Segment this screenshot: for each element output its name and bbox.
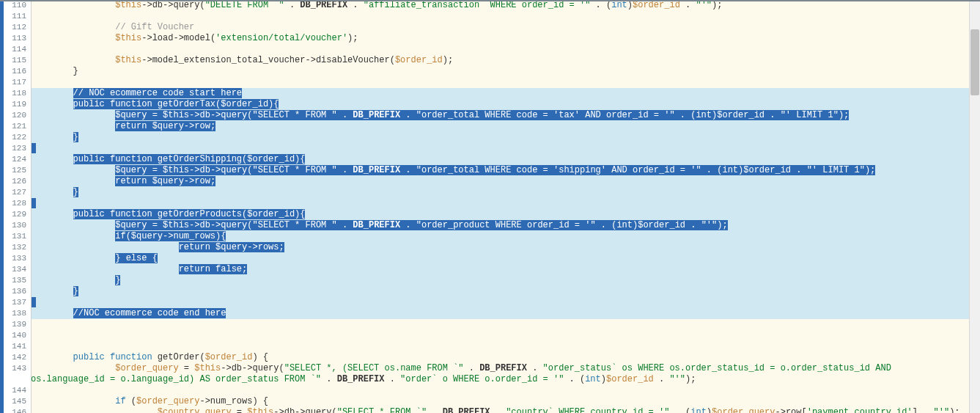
line-number: 127 xyxy=(0,187,29,198)
line-number: 144 xyxy=(0,385,29,396)
line-number: 119 xyxy=(0,99,29,110)
scrollbar-thumb[interactable] xyxy=(970,29,979,95)
line-number: 124 xyxy=(0,154,29,165)
code-line[interactable]: // Gift Voucher xyxy=(31,22,970,33)
line-number: 133 xyxy=(0,253,29,264)
line-number: 145 xyxy=(0,396,29,407)
line-number: 125 xyxy=(0,165,29,176)
code-line[interactable]: public function getOrder($order_id) { xyxy=(31,352,970,363)
line-number: 143 xyxy=(0,363,29,374)
line-number: 140 xyxy=(0,330,29,341)
line-number: 139 xyxy=(0,319,29,330)
code-line[interactable]: public function getOrderShipping($order_… xyxy=(31,154,970,165)
code-line[interactable]: $country_query = $this->db->query("SELEC… xyxy=(31,407,970,413)
code-line[interactable] xyxy=(31,341,970,352)
code-line[interactable]: if ($order_query->num_rows) { xyxy=(31,396,970,407)
code-line[interactable]: // NOC ecommerce code start here xyxy=(31,88,970,99)
code-line[interactable]: //NOC ecommerce code end here xyxy=(31,308,970,319)
line-number: 142 xyxy=(0,352,29,363)
vertical-scrollbar[interactable] xyxy=(969,0,980,413)
line-number: 120 xyxy=(0,110,29,121)
code-line[interactable]: if($query->num_rows){ xyxy=(31,231,970,242)
line-number: 138 xyxy=(0,308,29,319)
code-line[interactable] xyxy=(31,198,970,209)
line-number: 113 xyxy=(0,33,29,44)
code-line[interactable]: return $query->row; xyxy=(31,176,970,187)
code-line[interactable]: $this->model_extension_total_voucher->di… xyxy=(31,55,970,66)
line-number: 121 xyxy=(0,121,29,132)
top-border xyxy=(0,0,980,1)
code-line[interactable] xyxy=(31,44,970,55)
code-line[interactable]: public function getOrderTax($order_id){ xyxy=(31,99,970,110)
line-number: 136 xyxy=(0,286,29,297)
code-line[interactable] xyxy=(31,143,970,154)
gutter-left-border xyxy=(0,0,4,413)
line-number: 116 xyxy=(0,66,29,77)
code-line[interactable]: } xyxy=(31,132,970,143)
line-number: 114 xyxy=(0,44,29,55)
line-number: 130 xyxy=(0,220,29,231)
code-line[interactable]: return false; xyxy=(31,264,970,275)
code-line[interactable]: $query = $this->db->query("SELECT * FROM… xyxy=(31,220,970,231)
code-area[interactable]: $this->db->query("DELETE FROM `" . DB_PR… xyxy=(31,0,970,413)
line-number: 137 xyxy=(0,297,29,308)
line-number: 146 xyxy=(0,407,29,413)
line-number: 134 xyxy=(0,264,29,275)
code-line[interactable] xyxy=(31,319,970,330)
line-number: 115 xyxy=(0,55,29,66)
line-number: 135 xyxy=(0,275,29,286)
code-line[interactable]: } xyxy=(31,66,970,77)
line-number: 118 xyxy=(0,88,29,99)
line-number: 126 xyxy=(0,176,29,187)
code-line[interactable] xyxy=(31,330,970,341)
code-line[interactable]: public function getOrderProducts($order_… xyxy=(31,209,970,220)
line-number: 131 xyxy=(0,231,29,242)
line-number: 111 xyxy=(0,11,29,22)
line-number: 112 xyxy=(0,22,29,33)
code-line[interactable]: } xyxy=(31,286,970,297)
code-line[interactable] xyxy=(31,77,970,88)
code-line[interactable] xyxy=(31,297,970,308)
line-number: 132 xyxy=(0,242,29,253)
line-number: 129 xyxy=(0,209,29,220)
line-number: 122 xyxy=(0,132,29,143)
line-number-gutter[interactable]: 1101111121131141151161171181191201211221… xyxy=(0,0,32,413)
code-line[interactable]: $this->load->model('extension/total/vouc… xyxy=(31,33,970,44)
code-line[interactable]: } else { xyxy=(31,253,970,264)
line-number: 141 xyxy=(0,341,29,352)
code-line[interactable] xyxy=(31,11,970,22)
code-line[interactable]: $order_query = $this->db->query("SELECT … xyxy=(31,363,970,385)
code-line[interactable]: $query = $this->db->query("SELECT * FROM… xyxy=(31,165,970,176)
line-number: 123 xyxy=(0,143,29,154)
code-line[interactable]: return $query->row; xyxy=(31,121,970,132)
code-line[interactable] xyxy=(31,385,970,396)
code-line[interactable]: $query = $this->db->query("SELECT * FROM… xyxy=(31,110,970,121)
code-line[interactable]: } xyxy=(31,275,970,286)
code-line[interactable]: } xyxy=(31,187,970,198)
code-line[interactable]: $this->db->query("DELETE FROM `" . DB_PR… xyxy=(31,0,970,11)
line-number: 117 xyxy=(0,77,29,88)
line-number: 110 xyxy=(0,0,29,11)
code-line[interactable]: return $query->rows; xyxy=(31,242,970,253)
code-editor[interactable]: 1101111121131141151161171181191201211221… xyxy=(0,0,980,413)
line-number: 128 xyxy=(0,198,29,209)
